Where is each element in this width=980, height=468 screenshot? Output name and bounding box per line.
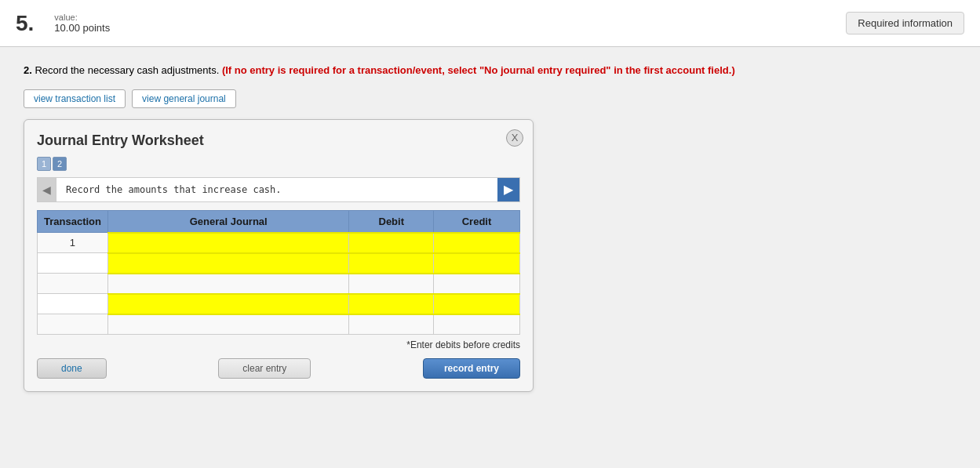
table-row [38, 314, 520, 335]
journal-cell-1[interactable] [107, 233, 349, 253]
debit-input-2[interactable] [349, 254, 433, 273]
transaction-number-1: 1 [38, 233, 108, 253]
credit-input-1[interactable] [434, 234, 519, 252]
question-text: 2. Record the necessary cash adjustments… [24, 63, 956, 78]
next-arrow-button[interactable]: ▶ [497, 178, 519, 201]
debit-cell-5[interactable] [349, 314, 434, 335]
table-row [38, 253, 520, 274]
journal-input-5[interactable] [108, 315, 349, 335]
journal-table: Transaction General Journal Debit Credit… [37, 210, 520, 336]
view-transaction-list-button[interactable]: view transaction list [24, 89, 126, 108]
transaction-number-5 [38, 314, 108, 335]
col-general-journal: General Journal [107, 210, 349, 233]
point-label: value: [54, 13, 110, 22]
table-row [38, 274, 520, 294]
debit-cell-1[interactable] [349, 233, 434, 253]
journal-cell-2[interactable] [107, 253, 349, 274]
credit-input-2[interactable] [434, 254, 519, 273]
transaction-number-3 [38, 274, 108, 294]
credit-cell-1[interactable] [434, 233, 520, 253]
credit-input-4[interactable] [434, 295, 519, 314]
tab-2[interactable]: 2 [53, 157, 67, 171]
debit-input-1[interactable] [349, 234, 433, 252]
table-row: 1 [38, 233, 520, 253]
question-number: 5. [16, 11, 34, 36]
worksheet-title: Journal Entry Worksheet [37, 132, 520, 149]
journal-input-1[interactable] [108, 234, 349, 252]
journal-input-4[interactable] [108, 295, 349, 314]
credit-input-5[interactable] [434, 315, 519, 335]
prev-arrow-button[interactable]: ◀ [38, 178, 56, 201]
debit-cell-2[interactable] [349, 253, 434, 274]
col-transaction: Transaction [38, 210, 108, 233]
question-instruction: (If no entry is required for a transacti… [222, 64, 735, 76]
debit-input-5[interactable] [349, 315, 433, 335]
point-value: 10.00 points [54, 22, 110, 34]
credit-cell-2[interactable] [434, 253, 520, 274]
journal-entry-worksheet: Journal Entry Worksheet X 1 2 ◀ Record t… [24, 119, 534, 393]
tab-1[interactable]: 1 [37, 157, 51, 171]
bottom-buttons: done clear entry record entry [37, 358, 520, 379]
debit-cell-4[interactable] [349, 294, 434, 314]
instruction-row: ◀ Record the amounts that increase cash.… [37, 177, 520, 202]
question-number-inline: 2. [24, 64, 32, 76]
credit-cell-4[interactable] [434, 294, 520, 314]
journal-cell-3[interactable] [107, 274, 349, 294]
record-entry-button[interactable]: record entry [423, 358, 520, 379]
journal-cell-4[interactable] [107, 294, 349, 314]
debit-input-4[interactable] [349, 295, 433, 314]
col-debit: Debit [349, 210, 434, 233]
required-info-button[interactable]: Required information [846, 12, 964, 34]
table-row [38, 294, 520, 314]
col-credit: Credit [434, 210, 520, 233]
debit-cell-3[interactable] [349, 274, 434, 294]
credit-cell-5[interactable] [434, 314, 520, 335]
transaction-number-4 [38, 294, 108, 314]
done-button[interactable]: done [37, 358, 107, 379]
close-button[interactable]: X [506, 129, 523, 147]
footnote: *Enter debits before credits [37, 339, 520, 350]
clear-entry-button[interactable]: clear entry [218, 358, 311, 379]
journal-input-3[interactable] [108, 274, 349, 293]
view-general-journal-button[interactable]: view general journal [132, 89, 236, 108]
credit-input-3[interactable] [434, 274, 519, 293]
credit-cell-3[interactable] [434, 274, 520, 294]
debit-input-3[interactable] [349, 274, 433, 293]
instruction-text: Record the amounts that increase cash. [56, 178, 497, 201]
journal-input-2[interactable] [108, 254, 349, 273]
worksheet-tabs: 1 2 [37, 157, 520, 171]
transaction-number-2 [38, 253, 108, 274]
question-body: Record the necessary cash adjustments. [35, 64, 221, 76]
journal-cell-5[interactable] [107, 314, 349, 335]
